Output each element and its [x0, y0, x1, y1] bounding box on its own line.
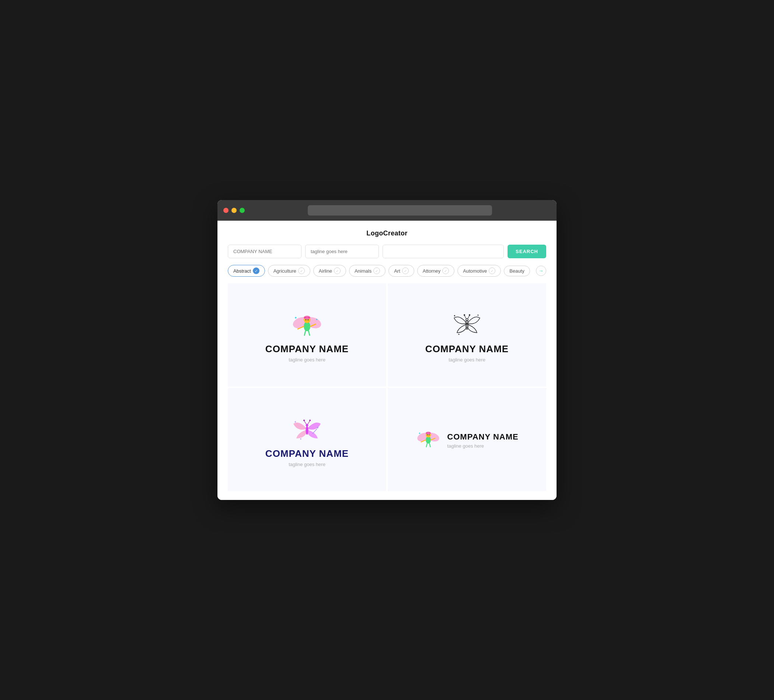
browser-titlebar [217, 200, 557, 221]
filter-art[interactable]: Art ✓ [389, 265, 414, 277]
logo-card-2[interactable]: ✦ ✦ ✦ COMPANY NAME tagline goes here [388, 283, 546, 386]
svg-point-22 [306, 426, 309, 435]
logo-illustration-3: ✦ ✦ ✦ [289, 413, 326, 443]
svg-line-42 [429, 444, 430, 447]
svg-text:✦: ✦ [294, 316, 297, 320]
svg-text:✦: ✦ [316, 426, 319, 429]
svg-text:✦: ✦ [458, 333, 460, 336]
logo-4-text-group: COMPANY NAME tagline goes here [447, 432, 518, 449]
logo-card-3[interactable]: ✦ ✦ ✦ COMPANY NAME tagline goes here [228, 388, 386, 491]
address-bar[interactable] [308, 205, 492, 216]
filter-beauty[interactable]: Beauty [504, 266, 530, 276]
logo-3-tagline: tagline goes here [289, 462, 326, 467]
logo-2-tagline: tagline goes here [448, 357, 485, 363]
tagline-input[interactable] [305, 244, 379, 258]
filter-airline-check: ✓ [334, 267, 341, 274]
svg-point-6 [308, 319, 309, 320]
logo-illustration-2: ✦ ✦ ✦ [448, 309, 485, 338]
filter-animals-label: Animals [355, 268, 372, 274]
svg-line-24 [304, 421, 306, 424]
app-title: LogoCreator [228, 229, 546, 237]
svg-point-16 [464, 314, 465, 316]
svg-text:✦: ✦ [477, 314, 479, 317]
svg-line-10 [309, 331, 309, 335]
browser-window: LogoCreator SEARCH Abstract ✓ Agricultur… [217, 200, 557, 500]
filter-art-label: Art [394, 268, 400, 274]
svg-point-23 [306, 424, 309, 427]
filter-attorney[interactable]: Attorney ✓ [417, 265, 455, 277]
svg-point-27 [309, 419, 311, 421]
logo-3-company-name: COMPANY NAME [265, 448, 349, 459]
filter-attorney-label: Attorney [423, 268, 440, 274]
minimize-button[interactable] [232, 208, 237, 213]
svg-text:✦: ✦ [453, 314, 456, 318]
filter-airline[interactable]: Airline ✓ [313, 265, 346, 277]
filter-automotive[interactable]: Automotive ✓ [457, 265, 501, 277]
svg-text:✦: ✦ [316, 318, 318, 321]
filter-animals-check: ✓ [373, 267, 380, 274]
filter-beauty-label: Beauty [509, 268, 524, 274]
logo-card-1[interactable]: ✦ ✦ COMPANY NAME tagline goes here [228, 283, 386, 386]
svg-point-25 [303, 419, 305, 421]
extra-input[interactable] [382, 244, 504, 258]
logo-illustration-4: ✦ [415, 425, 441, 451]
filter-agriculture-label: Agriculture [273, 268, 296, 274]
logo-1-tagline: tagline goes here [289, 357, 326, 363]
filter-attorney-check: ✓ [442, 267, 449, 274]
logo-card-4[interactable]: ✦ COMPANY NAME tagline goes here [388, 388, 546, 491]
filter-agriculture-check: ✓ [298, 267, 305, 274]
logo-illustration-1: ✦ ✦ [289, 309, 326, 338]
svg-line-26 [308, 421, 310, 424]
filter-art-check: ✓ [402, 267, 409, 274]
svg-line-9 [304, 331, 306, 335]
filter-agriculture[interactable]: Agriculture ✓ [268, 265, 310, 277]
svg-point-38 [429, 434, 430, 435]
logo-1-company-name: COMPANY NAME [265, 343, 349, 355]
close-button[interactable] [223, 208, 228, 213]
svg-line-15 [465, 315, 466, 319]
svg-point-5 [306, 319, 307, 320]
svg-point-18 [469, 314, 470, 316]
maximize-button[interactable] [240, 208, 245, 213]
category-filters: Abstract ✓ Agriculture ✓ Airline ✓ Anima… [228, 265, 546, 277]
search-bar: SEARCH [228, 244, 546, 258]
filter-automotive-check: ✓ [489, 267, 495, 274]
svg-line-41 [427, 444, 427, 447]
filter-animals[interactable]: Animals ✓ [349, 265, 385, 277]
filters-next-arrow[interactable]: → [536, 266, 546, 276]
search-button[interactable]: SEARCH [508, 244, 546, 258]
logo-2-company-name: COMPANY NAME [425, 343, 509, 355]
traffic-lights [223, 208, 245, 213]
filter-automotive-label: Automotive [463, 268, 487, 274]
svg-text:✦: ✦ [299, 438, 302, 440]
svg-text:✦: ✦ [418, 432, 421, 435]
app-content: LogoCreator SEARCH Abstract ✓ Agricultur… [217, 221, 557, 500]
svg-text:✦: ✦ [294, 420, 297, 424]
logo-4-company-name: COMPANY NAME [447, 432, 518, 442]
svg-point-37 [427, 434, 428, 435]
svg-line-17 [468, 315, 470, 319]
company-name-input[interactable] [228, 244, 301, 258]
filter-abstract[interactable]: Abstract ✓ [228, 265, 265, 277]
filter-airline-label: Airline [319, 268, 332, 274]
filter-abstract-check: ✓ [253, 267, 260, 274]
logo-4-tagline: tagline goes here [447, 443, 518, 449]
filter-abstract-label: Abstract [233, 268, 251, 274]
logo-grid: ✦ ✦ COMPANY NAME tagline goes here [228, 283, 546, 491]
